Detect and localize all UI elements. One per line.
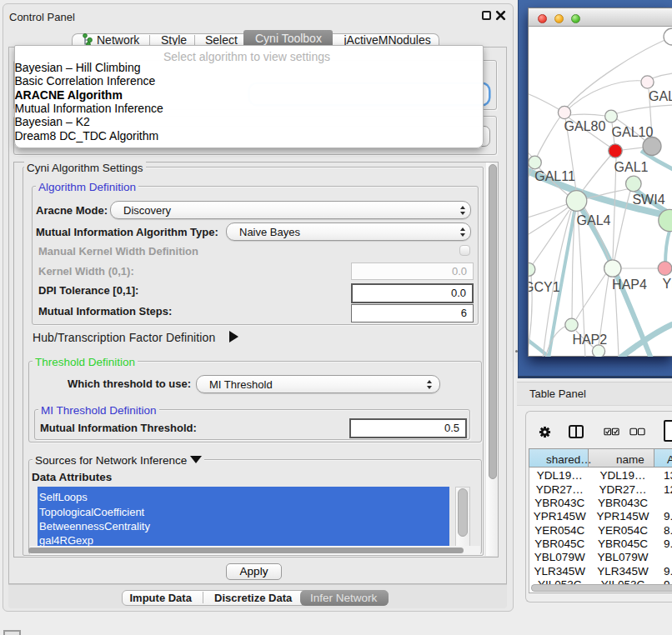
svg-text:GAL11: GAL11 <box>534 169 575 183</box>
svg-text:HAP2: HAP2 <box>572 332 607 347</box>
svg-text:HAP4: HAP4 <box>612 278 647 292</box>
svg-text:YM: YM <box>663 277 672 291</box>
svg-text:GAL4: GAL4 <box>577 213 611 228</box>
svg-text:GAL7: GAL7 <box>649 89 672 103</box>
svg-text:SWI4: SWI4 <box>632 192 664 207</box>
svg-text:GCY1: GCY1 <box>529 280 560 294</box>
svg-text:GAL80: GAL80 <box>564 119 606 133</box>
svg-text:GAL10: GAL10 <box>612 125 654 139</box>
svg-text:GAL1: GAL1 <box>614 160 649 174</box>
